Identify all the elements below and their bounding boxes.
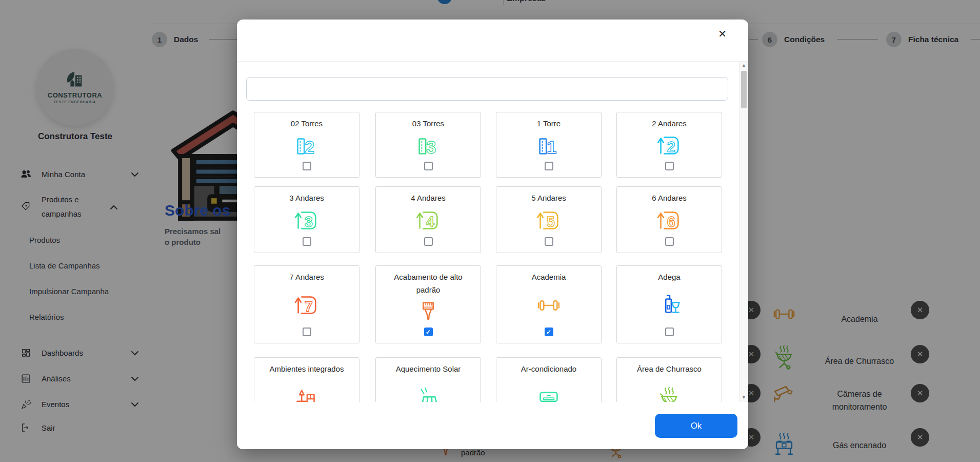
card-checkbox[interactable]	[303, 237, 311, 246]
card-checkbox[interactable]	[545, 237, 553, 246]
scrollbar-down-icon[interactable]: ▼	[742, 395, 746, 400]
card-label: Acabamento de alto padrão	[376, 266, 481, 297]
card-checkbox[interactable]	[424, 162, 433, 170]
card-label: Adega	[651, 266, 687, 284]
svg-text:2: 2	[667, 139, 675, 155]
card-label: 5 Andares	[524, 187, 573, 205]
card-checkbox[interactable]	[665, 162, 674, 170]
card-label: 2 Andares	[645, 112, 694, 130]
floors-icon: 3	[292, 205, 322, 237]
amenity-card-aquecimento-solar[interactable]: Aquecimento Solar	[375, 357, 481, 402]
card-checkbox[interactable]	[303, 162, 311, 170]
svg-text:3: 3	[426, 137, 436, 157]
amenities-modal: ✕ 02 Torres 2 03 Torres 3 1 Torre 1 2 An…	[237, 20, 748, 449]
card-label: 02 Torres	[284, 112, 330, 130]
scrollbar-up-icon[interactable]: ▲	[742, 63, 746, 68]
amenity-card-ambientes-integrados[interactable]: Ambientes integrados	[254, 357, 359, 402]
amenity-card-1-torre[interactable]: 1 Torre 1	[496, 112, 602, 178]
amenity-card-2-andares[interactable]: 2 Andares 2	[616, 112, 722, 178]
card-label: Ambientes integrados	[262, 358, 351, 376]
card-label: 1 Torre	[530, 112, 568, 130]
svg-text:1: 1	[547, 137, 556, 157]
app-root: Empresas 1 Dados6 Condições7 Ficha técni…	[0, 0, 980, 462]
amenity-card-6-andares[interactable]: 6 Andares 6	[616, 186, 722, 253]
svg-text:3: 3	[305, 214, 313, 230]
card-checkbox[interactable]: ✓	[424, 328, 433, 336]
card-checkbox[interactable]	[424, 237, 433, 246]
amenity-card-5-andares[interactable]: 5 Andares 5	[496, 186, 602, 253]
card-checkbox[interactable]	[303, 328, 311, 336]
svg-text:7: 7	[305, 298, 313, 315]
towers-icon: 3	[413, 130, 443, 162]
svg-text:2: 2	[305, 137, 314, 157]
modal-scroll-area: 02 Torres 2 03 Torres 3 1 Torre 1 2 Anda…	[237, 62, 748, 402]
modal-search-input[interactable]	[246, 77, 728, 101]
card-label: Área de Churrasco	[630, 358, 709, 376]
ac-icon	[534, 376, 564, 402]
paintbrush-icon	[413, 297, 443, 328]
card-checkbox[interactable]	[665, 237, 674, 246]
amenity-card-3-andares[interactable]: 3 Andares 3	[254, 186, 359, 253]
modal-footer: Ok	[237, 402, 748, 449]
card-checkbox[interactable]	[665, 328, 674, 336]
modal-scrollbar[interactable]: ▲ ▼	[739, 62, 748, 402]
amenity-card-7-andares[interactable]: 7 Andares 7	[254, 265, 359, 343]
card-label: 4 Andares	[404, 187, 453, 205]
close-icon[interactable]: ✕	[718, 29, 727, 39]
card-label: 03 Torres	[405, 112, 451, 130]
amenity-card-academia[interactable]: Academia ✓	[496, 265, 602, 343]
amenity-card-4-andares[interactable]: 4 Andares 4	[375, 186, 481, 253]
card-label: 7 Andares	[282, 266, 331, 284]
floors-icon: 6	[654, 205, 684, 237]
floors-icon: 4	[413, 205, 443, 237]
svg-text:5: 5	[547, 214, 555, 230]
card-label: 3 Andares	[282, 187, 331, 205]
amenity-card-02-torres[interactable]: 02 Torres 2	[254, 112, 359, 178]
solar-icon	[413, 376, 443, 402]
towers-icon: 1	[534, 130, 564, 162]
scrollbar-thumb[interactable]	[741, 71, 747, 108]
kitchen-icon	[292, 376, 322, 402]
svg-text:6: 6	[667, 214, 675, 230]
card-label: Ar-condicionado	[514, 358, 584, 376]
floors-icon: 2	[654, 130, 684, 162]
amenity-card-área-de-churrasco[interactable]: Área de Churrasco	[616, 357, 722, 402]
dumbbell-icon	[534, 284, 564, 328]
amenity-card-03-torres[interactable]: 03 Torres 3	[375, 112, 481, 178]
towers-icon: 2	[292, 130, 322, 162]
card-label: Aquecimento Solar	[389, 358, 468, 376]
amenity-card-adega[interactable]: Adega	[616, 265, 722, 343]
wine-icon	[654, 284, 684, 328]
grill-icon	[654, 376, 684, 402]
card-label: Academia	[525, 266, 573, 284]
amenity-card-acabamento-de-alto-padrão[interactable]: Acabamento de alto padrão ✓	[375, 265, 481, 343]
card-checkbox[interactable]: ✓	[545, 328, 553, 336]
svg-text:4: 4	[426, 214, 434, 230]
floors-icon: 5	[534, 205, 564, 237]
card-checkbox[interactable]	[545, 162, 553, 170]
card-label: 6 Andares	[645, 187, 694, 205]
amenity-card-ar-condicionado[interactable]: Ar-condicionado	[496, 357, 602, 402]
ok-button[interactable]: Ok	[655, 414, 737, 438]
floors-icon: 7	[292, 284, 322, 328]
